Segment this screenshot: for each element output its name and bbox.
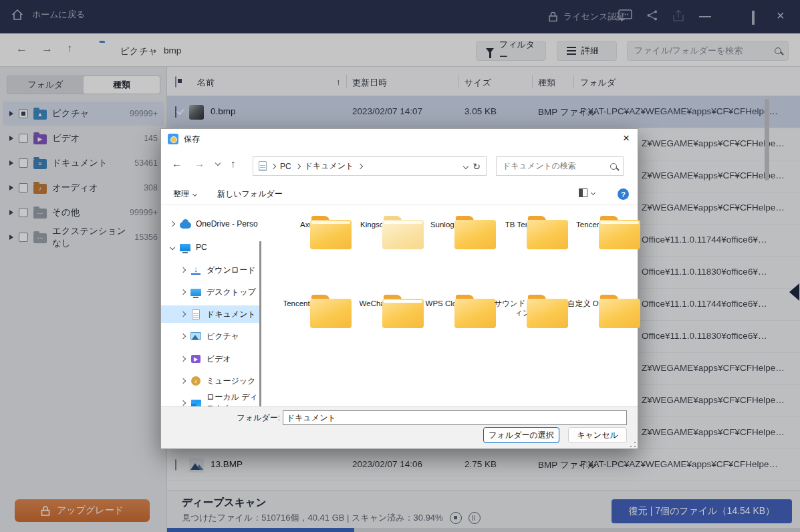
tree-scrollbar[interactable] bbox=[259, 241, 261, 406]
column-name[interactable]: 名前 bbox=[197, 77, 215, 89]
dialog-search-input[interactable]: ドキュメントの検索 bbox=[496, 156, 624, 176]
share-icon[interactable] bbox=[646, 9, 658, 24]
sidebar-item-documents[interactable]: ≡ ドキュメント 53461 bbox=[3, 151, 164, 175]
expander-icon[interactable] bbox=[180, 334, 186, 339]
expander-icon[interactable] bbox=[180, 378, 186, 384]
dialog-back-icon[interactable]: ← bbox=[172, 158, 182, 169]
folder-item-custom-office-templates[interactable]: 自定义 Office 模板 bbox=[564, 295, 634, 308]
expander-icon[interactable] bbox=[180, 400, 186, 406]
tab-type[interactable]: 種類 bbox=[84, 76, 160, 94]
dialog-close-button[interactable]: × bbox=[623, 132, 630, 145]
tree-item-desktop[interactable]: デスクトップ bbox=[161, 283, 261, 301]
column-folder[interactable]: フォルダ bbox=[580, 77, 616, 89]
view-options-button[interactable] bbox=[579, 188, 595, 197]
videos-checkbox[interactable] bbox=[19, 134, 28, 143]
folder-item-axure[interactable]: Axure bbox=[275, 216, 345, 229]
select-all-checkbox[interactable] bbox=[175, 76, 176, 88]
up-icon[interactable]: ↑ bbox=[67, 42, 73, 55]
expander-icon[interactable] bbox=[170, 221, 175, 227]
tree-item-documents[interactable]: ドキュメント bbox=[161, 305, 261, 323]
folder-item-tencent-files[interactable]: Tencent Files bbox=[564, 216, 634, 229]
folder-item-wechat-files[interactable]: WeChat Files bbox=[348, 295, 417, 308]
table-row-13bmp[interactable]: 13.BMP 2023/02/07 14:06 2.75 KB BMP ファイル… bbox=[167, 449, 800, 481]
dialog-forward-icon[interactable]: → bbox=[194, 158, 205, 169]
expander-icon[interactable] bbox=[180, 267, 186, 273]
documents-checkbox[interactable] bbox=[19, 158, 28, 168]
vertical-scrollbar[interactable] bbox=[765, 99, 769, 180]
sidebar-item-videos[interactable]: ▶ ビデオ 145 bbox=[3, 126, 164, 150]
back-to-home-button[interactable]: ホームに戻る bbox=[11, 8, 85, 21]
row-checkbox[interactable] bbox=[175, 459, 176, 471]
audio-checkbox[interactable] bbox=[19, 183, 28, 192]
close-button[interactable]: × bbox=[777, 9, 785, 21]
folder-item-tencentmeeting[interactable]: TencentMeeting bbox=[275, 295, 345, 308]
address-bar[interactable]: PC ドキュメント ↻ bbox=[253, 156, 487, 176]
table-row-selected[interactable]: 0.bmp 2023/02/07 14:07 3.05 KB BMP ファイル … bbox=[167, 96, 800, 128]
folder-name-input[interactable]: ドキュメント bbox=[283, 410, 627, 425]
expander-icon[interactable] bbox=[180, 356, 186, 362]
other-checkbox[interactable] bbox=[19, 208, 28, 217]
folder-item-tb-template[interactable]: TB Template bbox=[492, 216, 561, 229]
preview-panel-toggle-icon[interactable] bbox=[789, 283, 799, 301]
address-dropdown-icon[interactable] bbox=[463, 163, 469, 168]
license-activation-button[interactable]: ライセンス認証 bbox=[548, 11, 626, 23]
maximize-button[interactable] bbox=[752, 12, 755, 24]
expander-icon[interactable] bbox=[9, 136, 13, 141]
column-type[interactable]: 種類 bbox=[538, 77, 555, 89]
address-current[interactable]: ドキュメント bbox=[305, 160, 354, 172]
resize-grip[interactable] bbox=[630, 442, 636, 447]
folder-item-kingsoftdata[interactable]: KingsoftData bbox=[348, 216, 417, 229]
breadcrumb-current[interactable]: bmp bbox=[164, 45, 181, 55]
tab-folder[interactable]: フォルダ bbox=[7, 76, 84, 94]
feedback-icon[interactable] bbox=[618, 9, 632, 24]
expander-icon[interactable] bbox=[9, 111, 13, 116]
dialog-up-icon[interactable]: ↑ bbox=[231, 158, 236, 169]
forward-icon[interactable]: → bbox=[41, 42, 53, 55]
tree-item-local-disk[interactable]: ローカル ディスク ( bbox=[161, 394, 261, 406]
expander-icon[interactable] bbox=[180, 311, 186, 317]
expander-icon[interactable] bbox=[170, 245, 175, 250]
folder-item-wps-cloud[interactable]: WPS Cloud Files bbox=[420, 295, 489, 308]
search-input[interactable]: ファイル/フォルダーを検索 bbox=[627, 41, 789, 61]
back-icon[interactable]: ← bbox=[16, 42, 27, 55]
tree-item-onedrive[interactable]: OneDrive - Perso bbox=[161, 215, 261, 233]
new-folder-button[interactable]: 新しいフォルダー bbox=[217, 188, 283, 200]
pictures-checkbox[interactable] bbox=[19, 109, 28, 118]
sort-ascending-icon[interactable]: ↑ bbox=[336, 77, 341, 87]
column-size[interactable]: サイズ bbox=[464, 77, 491, 89]
organize-menu[interactable]: 整理 bbox=[173, 188, 196, 200]
select-folder-button[interactable]: フォルダーの選択 bbox=[483, 427, 559, 443]
expander-icon[interactable] bbox=[9, 210, 13, 215]
help-button[interactable]: ? bbox=[618, 188, 629, 200]
row-checkbox[interactable] bbox=[175, 106, 176, 118]
no-extension-checkbox[interactable] bbox=[19, 233, 28, 242]
folder-item-sunlogin[interactable]: Sunlogin Files bbox=[420, 216, 489, 229]
recover-button[interactable]: 復元 | 7個のファイル（14.54 KB） bbox=[612, 499, 792, 523]
export-icon[interactable] bbox=[672, 9, 685, 25]
column-modified[interactable]: 更新日時 bbox=[352, 77, 387, 89]
breadcrumb-root[interactable]: ピクチャ bbox=[120, 45, 157, 57]
sidebar-item-no-extension[interactable]: ⋯ エクステンションなし 15356 bbox=[3, 225, 164, 249]
expander-icon[interactable] bbox=[180, 289, 186, 295]
sidebar-item-other[interactable]: ⋯ その他 99999+ bbox=[3, 201, 164, 225]
pause-scan-button[interactable] bbox=[469, 512, 481, 524]
tree-item-pc[interactable]: PC bbox=[161, 239, 261, 256]
history-dropdown-icon[interactable] bbox=[215, 160, 221, 166]
sidebar-item-pictures[interactable]: ▲ ピクチャ 99999+ bbox=[3, 102, 164, 126]
folder-item-sound-recording[interactable]: サウンド レコーディング bbox=[492, 295, 561, 317]
tree-item-downloads[interactable]: ↓ ダウンロード bbox=[161, 261, 261, 279]
expander-icon[interactable] bbox=[9, 185, 13, 190]
refresh-icon[interactable]: ↻ bbox=[473, 161, 481, 172]
cancel-button[interactable]: キャンセル bbox=[568, 427, 627, 443]
details-button[interactable]: 詳細 bbox=[557, 41, 617, 61]
filter-button[interactable]: フィルター bbox=[476, 41, 546, 61]
sidebar-item-audio[interactable]: ♪ オーディオ 308 bbox=[3, 176, 164, 200]
address-root[interactable]: PC bbox=[280, 162, 291, 171]
upgrade-button[interactable]: アップグレード bbox=[15, 499, 150, 522]
tree-item-pictures[interactable]: ピクチャ bbox=[161, 327, 261, 345]
expander-icon[interactable] bbox=[9, 160, 13, 166]
expander-icon[interactable] bbox=[9, 235, 13, 240]
tree-item-music[interactable]: ♪ ミュージック bbox=[161, 372, 261, 390]
tree-item-videos[interactable]: ▶ ビデオ bbox=[161, 350, 261, 368]
stop-scan-button[interactable] bbox=[450, 512, 462, 524]
